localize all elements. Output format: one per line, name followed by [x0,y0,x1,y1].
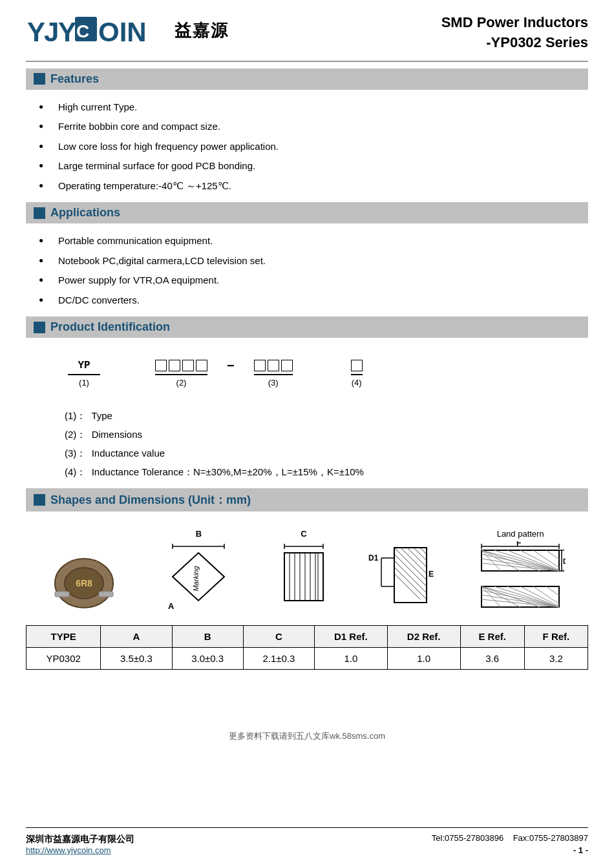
features-header: Features [26,68,588,90]
svg-line-73 [482,586,501,607]
logo-area: Y J Y C OIN 益嘉源 益嘉源 [26,13,229,48]
list-item: Operating temperature:-40℃ ～+125℃. [39,176,588,196]
table-cell: 3.0±0.3 [172,648,243,670]
applications-section: Applications Portable communication equi… [26,202,588,316]
pid-desc-item: (1)： Type [65,407,562,426]
pid-desc-text: Inductance value [92,448,165,459]
svg-line-36 [394,554,427,586]
company-website[interactable]: http://www.yjycoin.com [26,845,111,855]
land-pattern-diagram: Land pattern F [475,529,566,612]
pid-desc-text: Dimensions [92,429,142,440]
product-id-header: Product Identification [26,316,588,338]
shapes-header: Shapes and Dimensions (Unit：mm) [26,488,588,512]
product-id-title: Product Identification [50,320,170,334]
pid-separator: − [227,358,235,388]
pid-desc-item: (4)： Inductance Tolerance：N=±30%,M=±20%，… [65,463,562,482]
pid-prefix: YP [78,360,90,371]
diamond-diagram: B Marking A [156,529,240,612]
features-title: Features [50,72,99,86]
footer-tel: Tel:0755-27803896 [432,833,503,843]
svg-text:E: E [429,570,434,579]
pid-box [351,360,363,371]
pid-desc-num: (3) [65,448,76,459]
coil-svg: 6R8 [48,548,120,612]
watermark: 更多资料下载请到五八文库wk.58sms.com [26,728,588,742]
table-header: F Ref. [524,626,588,648]
svg-rect-10 [55,592,69,597]
svg-line-54 [482,550,540,571]
pid-num3: (3) [268,378,279,388]
svg-rect-11 [99,592,113,597]
pid-box [182,360,194,371]
table-cell: 2.1±0.3 [243,648,314,670]
table-cell: 3.6 [460,648,524,670]
footer-contact: Tel:0755-27803896 Fax:0755-27803897 [432,833,588,843]
svg-text:A: A [168,601,175,611]
table-cell: 1.0 [314,648,387,670]
pid-num4: (4) [352,378,362,388]
land-pattern-svg: F [475,541,566,612]
company-logo: Y J Y C OIN 益嘉源 [26,13,168,48]
table-header: E Ref. [460,626,524,648]
svg-line-43 [420,548,427,554]
svg-rect-22 [284,553,323,601]
pid-box [155,360,167,371]
applications-title: Applications [50,206,120,220]
list-item: Notebook PC,digital carmera,LCD televisi… [39,251,588,271]
list-item: High current Type. [39,98,588,118]
svg-line-39 [394,574,420,599]
pid-desc-item: (2)： Dimensions [65,426,562,444]
pid-box [281,360,293,371]
svg-text:D1: D1 [368,553,379,563]
svg-text:Y: Y [27,17,45,47]
features-icon [34,73,45,85]
svg-line-38 [394,567,427,599]
features-section: Features High current Type. Ferrite bobb… [26,68,588,203]
svg-line-42 [414,548,427,561]
table-header: D1 Ref. [314,626,387,648]
diagram-b-label: B [196,529,202,539]
product-id-icon [34,322,45,333]
product-series: -YP0302 Series [486,34,588,50]
page-footer: 深圳市益嘉源电子有限公司 http://www.yjycoin.com Tel:… [26,827,588,855]
table-cell: 1.0 [387,648,460,670]
svg-text:OIN: OIN [98,17,147,47]
product-id-diagram: YP (1) (2) [26,346,588,397]
front-view-diagram: D1 E [367,541,438,612]
svg-line-35 [394,548,427,580]
svg-line-71 [482,586,540,607]
company-name: 深圳市益嘉源电子有限公司 [26,834,134,845]
diamond-svg: Marking A [156,541,240,612]
diagrams-container: 6R8 B Marking A [26,519,588,619]
svg-text:D2: D2 [563,557,566,565]
coil-diagram: 6R8 [48,548,120,612]
applications-header: Applications [26,202,588,223]
shapes-icon [34,494,45,506]
svg-line-78 [546,586,559,595]
list-item: Portable communication equipment. [39,231,588,251]
footer-fax: Fax:0755-27803897 [513,833,588,843]
pid-descriptions: (1)： Type (2)： Dimensions (3)： Inductanc… [26,397,588,488]
svg-line-40 [401,548,427,574]
svg-text:Y: Y [58,17,76,47]
svg-line-61 [546,550,559,559]
svg-text:Marking: Marking [192,566,200,592]
svg-line-37 [394,561,427,593]
table-row: YP0302 3.5±0.3 3.0±0.3 2.1±0.3 1.0 1.0 3… [26,648,588,670]
table-header: A [101,626,172,648]
table-header: B [172,626,243,648]
pid-desc-item: (3)： Inductance value [65,444,562,463]
land-pattern-label: Land pattern [497,529,544,539]
applications-icon [34,207,45,219]
pid-desc-text: Type [91,410,112,421]
front-view-svg: D1 E [367,541,438,612]
table-cell: 3.2 [524,648,588,670]
stripline-diagram: C [278,529,330,612]
pid-desc-num: (1) [65,410,76,421]
table-cell: YP0302 [26,648,101,670]
logo-cn-text: 益嘉源 [175,19,229,42]
svg-text:F: F [516,541,521,548]
shapes-title: Shapes and Dimensions (Unit：mm) [50,492,251,508]
applications-list: Portable communication equipment. Notebo… [26,231,588,316]
shapes-section: Shapes and Dimensions (Unit：mm) 6R8 [26,488,588,670]
